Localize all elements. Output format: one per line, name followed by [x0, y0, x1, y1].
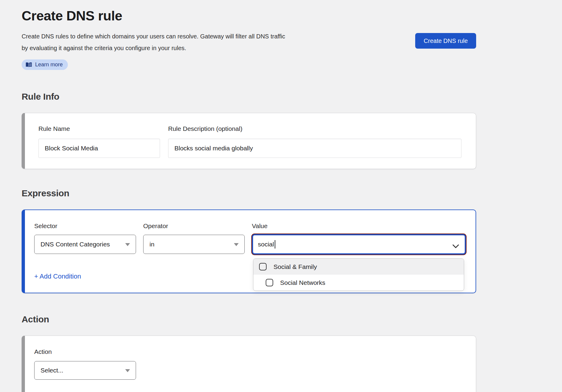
rule-name-field-group: Rule Name Block Social Media — [38, 125, 160, 158]
text-cursor — [275, 240, 275, 249]
page-description: Create DNS rules to define which domains… — [22, 31, 322, 54]
value-label: Value — [252, 222, 466, 230]
page-description-line1: Create DNS rules to define which domains… — [22, 33, 285, 40]
checkbox-social-networks[interactable] — [266, 279, 273, 286]
checkbox-social-family[interactable] — [259, 263, 267, 270]
action-select-dropdown[interactable]: Select... — [34, 361, 136, 380]
dropdown-option-label: Social Networks — [280, 279, 325, 286]
dropdown-option-social-family[interactable]: Social & Family — [253, 259, 464, 275]
open-book-icon — [26, 62, 32, 68]
expression-card: Selector DNS Content Categories Operator… — [22, 210, 476, 293]
operator-value: in — [150, 241, 154, 248]
chevron-down-icon[interactable] — [452, 243, 459, 250]
value-text: social — [258, 241, 274, 248]
learn-more-label: Learn more — [35, 62, 63, 68]
create-dns-rule-button[interactable]: Create DNS rule — [415, 33, 476, 49]
triangle-down-icon — [234, 243, 239, 246]
action-card: Action Select... — [22, 336, 476, 392]
triangle-down-icon — [125, 243, 130, 246]
rule-description-field-group: Rule Description (optional) Blocks socia… — [168, 125, 461, 158]
operator-field-group: Operator in — [143, 222, 245, 254]
page-title: Create DNS rule — [22, 8, 476, 24]
triangle-down-icon — [125, 369, 130, 372]
rule-name-input[interactable]: Block Social Media — [38, 139, 160, 158]
rule-info-card: Rule Name Block Social Media Rule Descri… — [22, 113, 476, 169]
rule-description-label: Rule Description (optional) — [168, 125, 461, 132]
value-field-group: Value social Social & Family — [252, 222, 466, 255]
rule-description-input[interactable]: Blocks social media globally — [168, 139, 461, 158]
selector-value: DNS Content Categories — [41, 241, 110, 248]
value-dropdown-panel: Social & Family Social Networks — [253, 258, 464, 291]
selector-label: Selector — [34, 222, 136, 230]
learn-more-button[interactable]: Learn more — [22, 59, 68, 70]
rule-info-heading: Rule Info — [22, 92, 476, 102]
rule-name-label: Rule Name — [38, 125, 160, 132]
page-description-line2: by evaluating it against the criteria yo… — [22, 45, 186, 51]
dropdown-option-social-networks[interactable]: Social Networks — [253, 275, 464, 291]
action-select-value: Select... — [41, 367, 63, 374]
action-label: Action — [34, 348, 466, 355]
selector-dropdown[interactable]: DNS Content Categories — [34, 235, 136, 254]
value-input[interactable]: social Social & Family — [252, 234, 466, 255]
expression-condition-row: Selector DNS Content Categories Operator… — [34, 222, 466, 255]
dropdown-option-label: Social & Family — [273, 263, 317, 270]
operator-label: Operator — [143, 222, 245, 230]
selector-field-group: Selector DNS Content Categories — [34, 222, 136, 254]
operator-dropdown[interactable]: in — [143, 235, 245, 254]
rule-description-value: Blocks social media globally — [174, 145, 253, 152]
expression-heading: Expression — [22, 188, 476, 198]
rule-name-value: Block Social Media — [45, 145, 98, 152]
page-content: Create DNS rule Create DNS rules to defi… — [22, 0, 476, 392]
action-heading: Action — [22, 314, 476, 324]
add-condition-link[interactable]: + Add Condition — [34, 273, 81, 280]
